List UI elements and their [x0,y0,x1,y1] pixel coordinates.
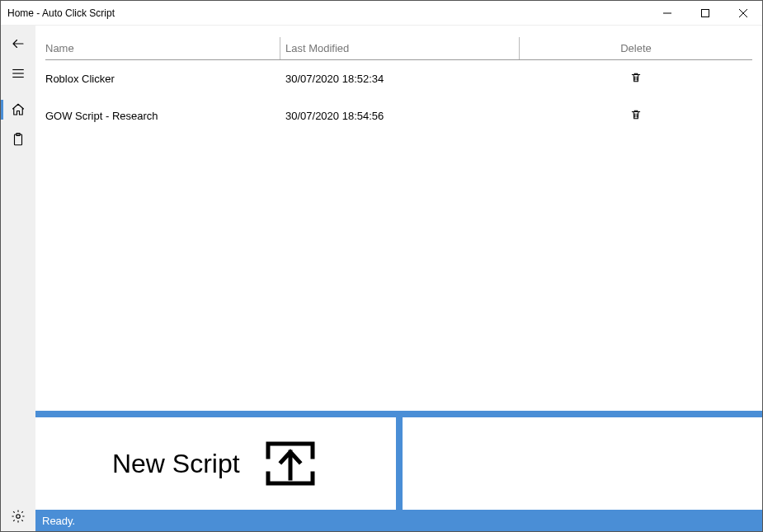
new-script-card[interactable]: New Script [35,417,396,510]
home-button[interactable] [1,95,35,125]
home-icon [11,102,26,117]
delete-button[interactable] [630,72,642,83]
maximize-icon [701,9,709,17]
cell-delete [520,109,752,123]
main: Name Last Modified Delete Roblox Clicker… [35,26,762,531]
body: Name Last Modified Delete Roblox Clicker… [1,26,762,531]
clipboard-button[interactable] [1,125,35,154]
arrow-left-icon [11,36,26,51]
cell-delete [520,72,752,86]
app-window: Home - Auto Click Script [0,0,763,532]
header-name[interactable]: Name [45,37,280,59]
bottom-panel: New Script [35,411,762,510]
sidebar [1,26,35,531]
settings-button[interactable] [1,501,35,531]
table-row[interactable]: GOW Script - Research 30/07/2020 18:54:5… [45,97,752,134]
status-bar: Ready. [35,510,762,531]
minimize-button[interactable] [648,1,686,25]
header-delete[interactable]: Delete [520,37,752,59]
status-text: Ready. [42,515,75,527]
close-icon [739,9,747,17]
cell-name: Roblox Clicker [45,73,280,85]
clipboard-icon [11,132,26,147]
cell-modified: 30/07/2020 18:52:34 [280,73,520,85]
menu-button[interactable] [1,59,35,88]
titlebar: Home - Auto Click Script [1,1,762,26]
trash-icon [630,72,642,83]
table-row[interactable]: Roblox Clicker 30/07/2020 18:52:34 [45,60,752,97]
window-title: Home - Auto Click Script [1,7,115,19]
trash-icon [630,109,642,120]
new-script-label: New Script [112,449,240,479]
scripts-table: Name Last Modified Delete Roblox Clicker… [45,37,752,134]
back-button[interactable] [1,29,35,59]
close-button[interactable] [724,1,762,25]
cell-modified: 30/07/2020 18:54:56 [280,110,520,122]
hamburger-icon [11,66,26,81]
empty-card[interactable] [403,417,763,510]
window-controls [648,1,762,25]
content: Name Last Modified Delete Roblox Clicker… [35,26,762,411]
minimize-icon [663,9,671,17]
svg-point-9 [16,515,21,519]
delete-button[interactable] [630,109,642,120]
upload-icon [261,440,319,487]
maximize-button[interactable] [686,1,724,25]
cell-name: GOW Script - Research [45,110,280,122]
header-modified[interactable]: Last Modified [280,37,520,59]
gear-icon [11,509,26,524]
table-header: Name Last Modified Delete [45,37,752,60]
svg-rect-1 [702,9,709,16]
